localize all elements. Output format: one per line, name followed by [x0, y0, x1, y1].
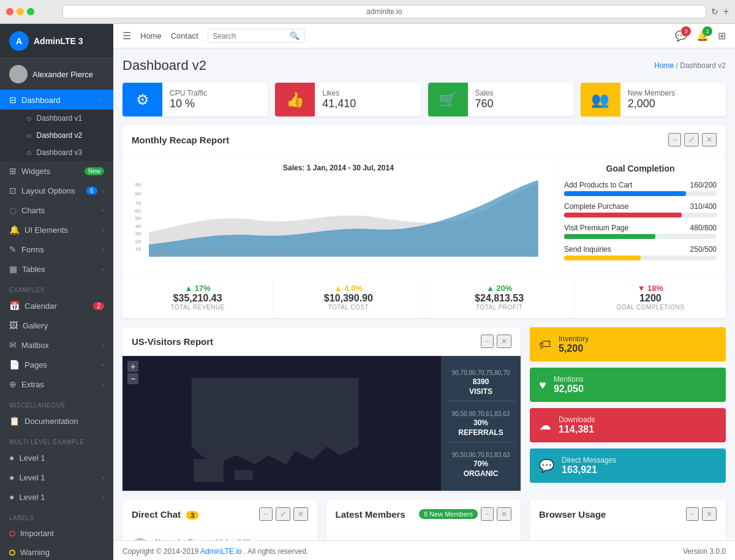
close-button[interactable]: ✕ [497, 335, 511, 348]
close-dot[interactable] [6, 8, 13, 15]
sidebar-item-layout[interactable]: ⊡ Layout Options 6 ‹ [0, 181, 113, 200]
contact-link[interactable]: Contact [171, 31, 198, 40]
grid-button[interactable]: ⊞ [718, 30, 726, 42]
reload-icon[interactable]: ↻ [711, 7, 718, 17]
sidebar-item-label: Documentation [24, 417, 104, 426]
stat-goals: ▼ 18% 1200 GOAL COMPLETIONS [575, 276, 726, 318]
circle-icon: ● [9, 492, 14, 502]
widget-info: Mentions 92,050 [554, 375, 584, 395]
goal-value: 250/500 [690, 245, 717, 254]
info-boxes: ⚙ CPU Traffic 10 % 👍 Likes 41,410 🛒 [123, 83, 726, 116]
browser-body: Chrome IE FireFox [530, 529, 726, 540]
sidebar-item-important[interactable]: Important [0, 524, 113, 543]
widget-mentions: ♥ Mentions 92,050 [530, 368, 726, 402]
notifications-button[interactable]: 🔔 1 [696, 30, 709, 42]
minimize-button[interactable]: − [481, 335, 494, 348]
footer: Copyright © 2014-2019 AdminLTE.io . All … [113, 540, 735, 560]
map-area: + − [123, 356, 441, 491]
close-button[interactable]: ✕ [702, 133, 717, 146]
chevron-right-icon: ‹ [102, 227, 104, 233]
stat-change: ▲ 4.0% [282, 284, 414, 293]
chevron-right-icon: ‹ [102, 187, 104, 194]
sidebar-item-pages[interactable]: 📄 Pages ‹ [0, 355, 113, 374]
red-dot-icon [9, 531, 15, 537]
close-button[interactable]: ✕ [702, 507, 717, 521]
card-title: Latest Members [336, 509, 405, 520]
card-header: Direct Chat 3 − ⤢ ✕ [123, 500, 317, 529]
sidebar-item-dashboard-v1[interactable]: ○ Dashboard v1 [17, 110, 113, 127]
footer-copyright: Copyright © 2014-2019 AdminLTE.io . All … [123, 547, 308, 556]
maximize-dot[interactable] [27, 8, 34, 15]
search-input[interactable] [213, 32, 287, 40]
sidebar-item-label: Extras [21, 380, 97, 389]
minimize-button[interactable]: − [686, 507, 699, 521]
svg-text:10: 10 [135, 246, 141, 251]
chat-body: Alexander Pierce 23 Jan 2:00 pm Is this … [123, 529, 317, 540]
docs-icon: 📋 [9, 416, 20, 426]
minimize-button[interactable]: − [259, 507, 272, 521]
minimize-dot[interactable] [17, 8, 24, 15]
minimize-button[interactable]: − [481, 507, 494, 521]
info-box-label: New Members [628, 89, 675, 97]
sidebar-item-widgets[interactable]: ⊞ Widgets New [0, 161, 113, 181]
chart-area: Sales: 1 Jan, 2014 - 30 Jul, 2014 90 80 … [123, 154, 554, 276]
sidebar-item-forms[interactable]: ✎ Forms ‹ [0, 240, 113, 259]
minimize-button[interactable]: − [668, 133, 681, 146]
sidebar-item-level1-b[interactable]: ● Level 1 ‹ [0, 467, 113, 487]
topnav-right: 💬 3 🔔 1 ⊞ [675, 30, 726, 42]
sidebar-item-ui[interactable]: 🔔 UI Elements ‹ [0, 220, 113, 240]
close-button[interactable]: ✕ [293, 507, 308, 521]
breadcrumb-home[interactable]: Home [654, 61, 674, 70]
messages-button[interactable]: 💬 3 [675, 30, 687, 42]
svg-text:50: 50 [135, 215, 141, 221]
info-box-label: CPU Traffic [170, 89, 207, 97]
sidebar-item-label: Charts [21, 206, 97, 215]
info-box-content: Likes 41,410 [315, 83, 363, 116]
sidebar-item-mailbox[interactable]: ✉ Mailbox ‹ [0, 335, 113, 355]
sidebar-item-level1-a[interactable]: ● Level 1 [0, 448, 113, 467]
close-button[interactable]: ✕ [497, 507, 511, 521]
goal-value: 480/800 [690, 224, 717, 232]
menu-toggle-button[interactable]: ☰ [123, 30, 131, 42]
sidebar-item-tables[interactable]: ▦ Tables ‹ [0, 259, 113, 279]
expand-button[interactable]: ⤢ [276, 507, 290, 521]
sidebar-item-charts[interactable]: ◌ Charts ‹ [0, 200, 113, 220]
widget-info: Inventory 5,200 [559, 335, 589, 354]
sidebar-item-label: Level 1 [19, 493, 97, 502]
sales-icon: 🛒 [428, 83, 468, 116]
circle-icon: ● [9, 453, 14, 463]
sidebar-item-label: Forms [21, 245, 97, 254]
sidebar-item-extras[interactable]: ⊕ Extras ‹ [0, 374, 113, 394]
sidebar-item-label: Gallery [23, 321, 104, 330]
sidebar-item-dashboard[interactable]: ⊟ Dashboard ▼ [0, 90, 113, 110]
info-box-value: 10 % [170, 97, 207, 110]
tables-icon: ▦ [9, 264, 17, 274]
goal-label: Complete Purchase [564, 202, 628, 211]
zoom-in-button[interactable]: + [127, 361, 138, 372]
svg-text:80: 80 [135, 191, 141, 196]
sidebar-item-calendar[interactable]: 📅 Calendar 2 [0, 296, 113, 316]
page-content: Dashboard v2 Home / Dashboard v2 ⚙ CPU T… [113, 48, 735, 540]
sidebar-item-dashboard-v3[interactable]: ○ Dashboard v3 [17, 144, 113, 161]
calendar-icon: 📅 [9, 301, 20, 311]
svg-text:40: 40 [135, 223, 141, 229]
sidebar-item-level1-c[interactable]: ● Level 1 ‹ [0, 487, 113, 507]
url-bar[interactable]: adminlte.io [62, 5, 706, 18]
footer-brand-link[interactable]: AdminLTE.io [200, 547, 242, 556]
info-box-value: 41,410 [322, 97, 356, 110]
info-box-members: 👥 New Members 2,000 [581, 83, 726, 116]
progress-bar-container [564, 234, 717, 239]
map-zoom-controls: + − [127, 361, 138, 384]
sidebar-item-dashboard-v2[interactable]: ○ Dashboard v2 [17, 127, 113, 144]
widget-value: 92,050 [554, 384, 584, 395]
sidebar-item-gallery[interactable]: 🖼 Gallery [0, 316, 113, 335]
zoom-out-button[interactable]: − [127, 373, 138, 384]
expand-button[interactable]: ⤢ [684, 133, 699, 146]
sidebar-item-warning[interactable]: Warning [0, 543, 113, 560]
us-map-svg [123, 356, 441, 491]
new-tab-button[interactable]: + [723, 6, 729, 17]
card-header: Latest Members 8 New Members − ✕ [326, 500, 521, 529]
sidebar-item-documentation[interactable]: 📋 Documentation [0, 411, 113, 431]
circle-icon: ○ [26, 148, 31, 157]
home-link[interactable]: Home [140, 31, 162, 40]
